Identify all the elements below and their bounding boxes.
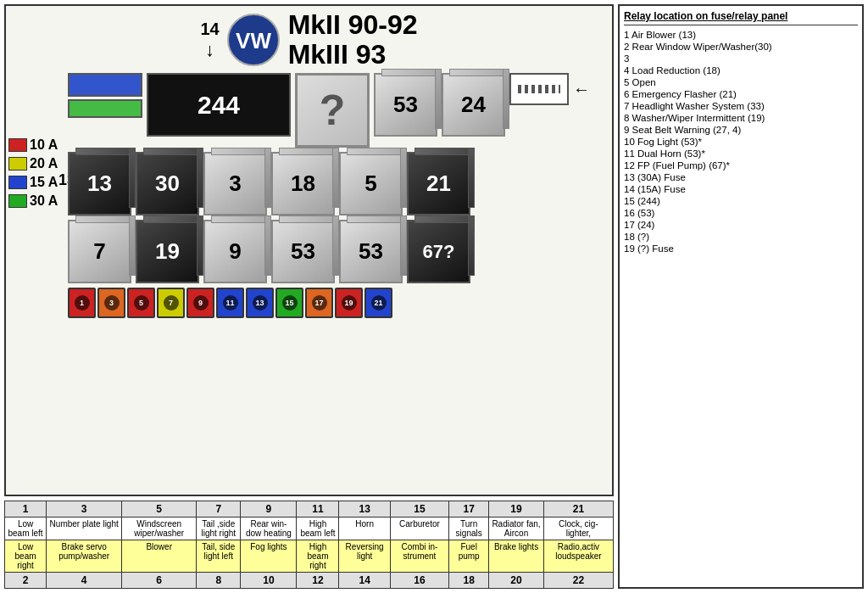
right-arrow: ← (573, 80, 590, 99)
fuse-7: 7 (157, 288, 185, 318)
label-19-bot: Brake lights (489, 540, 544, 573)
label-9-top: Rear win- dow heating (241, 517, 297, 540)
relay-item-2: 2 Rear Window Wiper/Washer(30) (624, 41, 858, 53)
relay-53-top: 53 (374, 73, 437, 137)
num-20: 20 (489, 573, 544, 589)
num-14: 14 (339, 573, 390, 589)
num-12: 12 (297, 573, 339, 589)
relay-item-7: 7 Headlight Washer System (33) (624, 100, 858, 112)
num-19: 19 (489, 501, 544, 517)
label-3-top: Number plate light (47, 517, 122, 540)
relay-30: 30 (136, 152, 199, 215)
blue-indicator (68, 73, 142, 97)
label-15-bot: Combi in- strument (390, 540, 448, 573)
label-13-bot: Reversing light (339, 540, 390, 573)
num-2: 2 (5, 573, 47, 589)
relay-53a: 53 (271, 220, 335, 283)
relay-53b: 53 (339, 220, 403, 283)
relay-item-1: 1 Air Blower (13) (624, 29, 858, 41)
label-row-2: Low beam right Brake servo pump/washer B… (5, 540, 614, 573)
num-row-bot: 2 4 6 8 10 12 14 16 18 20 22 (5, 573, 614, 589)
relay-item-12: 12 FP (Fuel Pump) (67)* (624, 159, 858, 171)
num-3: 3 (47, 501, 122, 517)
relay-244: 244 (147, 73, 291, 137)
relay-item-16: 16 (53) (624, 207, 858, 219)
fuse-17: 17 (305, 288, 333, 318)
fuse-5: 5 (127, 288, 155, 318)
fuse-reference-table: 1 3 5 7 9 11 13 15 17 19 21 Low bea (4, 501, 614, 589)
num-17: 17 (449, 501, 489, 517)
relay-18: 18 (271, 152, 335, 215)
num-21: 21 (543, 501, 613, 517)
connector-box (509, 73, 569, 105)
relay-item-4: 4 Load Reduction (18) (624, 64, 858, 76)
relay-row-2: 7 19 9 53 (68, 220, 608, 283)
label-7-top: Tail ,side light right (197, 517, 241, 540)
label-11-top: High beam left (297, 517, 339, 540)
relay-item-15: 15 (244) (624, 195, 858, 207)
fuse-15: 15 (275, 288, 303, 318)
relay-item-19: 19 (?) Fuse (624, 243, 858, 255)
fuse-1: 1 (68, 288, 96, 318)
small-fuses-row: 1 3 5 7 9 (68, 288, 608, 318)
label-5-bot: Blower (122, 540, 197, 573)
fuse-3: 3 (97, 288, 125, 318)
legend-30a: 30 A (30, 193, 58, 209)
legend-10a: 10 A (30, 137, 58, 153)
relay-13: 13 (68, 152, 131, 215)
label-1-bot: Low beam right (5, 540, 47, 573)
relay-item-18: 18 (?) (624, 231, 858, 243)
label-11-bot: High beam right (297, 540, 339, 573)
num-13: 13 (339, 501, 390, 517)
fuse-legend: 10 A 20 A 15 A 30 A (8, 137, 58, 209)
relay-item-9: 9 Seat Belt Warning (27, 4) (624, 124, 858, 136)
num-6: 6 (122, 573, 197, 589)
relay-item-6: 6 Emergency Flasher (21) (624, 88, 858, 100)
unknown-relay: ? (295, 73, 370, 148)
num-7: 7 (197, 501, 241, 517)
label-17-bot: Fuel pump (449, 540, 489, 573)
relay-item-10: 10 Fog Light (53)* (624, 136, 858, 148)
main-container: 14 ↓ VW MkII 90-92 MkIII 93 10 A (0, 0, 868, 593)
fuse-box: 244 ? 53 24 (68, 73, 608, 318)
num-15: 15 (390, 501, 448, 517)
num-11: 11 (297, 501, 339, 517)
legend-20a: 20 A (30, 156, 58, 171)
relay-item-17: 17 (24) (624, 219, 858, 231)
fuse-diagram: 14 ↓ VW MkII 90-92 MkIII 93 10 A (4, 4, 614, 496)
num-9: 9 (241, 501, 297, 517)
arrow-14: 14 ↓ (200, 20, 219, 61)
fuse-13: 13 (246, 288, 274, 318)
label-7-bot: Tail, side light left (197, 540, 241, 573)
relay-7: 7 (68, 220, 131, 283)
relay-item-14: 14 (15A) Fuse (624, 183, 858, 195)
svg-text:VW: VW (236, 28, 271, 53)
label-19-top: Radiator fan, Aircon (489, 517, 544, 540)
fuse-19: 19 (335, 288, 363, 318)
vw-logo: VW (226, 13, 281, 68)
relay-9: 9 (203, 220, 267, 283)
relay-67q: 67? (407, 220, 470, 283)
legend-15a: 15 A (30, 175, 58, 190)
fuse-11: 11 (216, 288, 244, 318)
relay-3: 3 (203, 152, 267, 215)
relay-19: 19 (136, 220, 199, 283)
label-3-bot: Brake servo pump/washer (47, 540, 122, 573)
relay-panel: Relay location on fuse/relay panel 1 Air… (618, 4, 864, 589)
label-21-top: Clock, cig- lighter, (543, 517, 613, 540)
num-5: 5 (122, 501, 197, 517)
model-title: MkII 90-92 MkIII 93 (288, 10, 418, 70)
num-4: 4 (47, 573, 122, 589)
num-row-top: 1 3 5 7 9 11 13 15 17 19 21 (5, 501, 614, 517)
label-row-1: Low beam left Number plate light Windscr… (5, 517, 614, 540)
num-8: 8 (197, 573, 241, 589)
label-17-top: Turn signals (449, 517, 489, 540)
left-panel: 14 ↓ VW MkII 90-92 MkIII 93 10 A (0, 0, 618, 593)
label-1-top: Low beam left (5, 517, 47, 540)
num-10: 10 (241, 573, 297, 589)
relay-item-8: 8 Washer/Wiper Intermittent (19) (624, 112, 858, 124)
green-indicator (68, 99, 142, 118)
fuse-21: 21 (364, 288, 392, 318)
num-1: 1 (5, 501, 47, 517)
num-16: 16 (390, 573, 448, 589)
